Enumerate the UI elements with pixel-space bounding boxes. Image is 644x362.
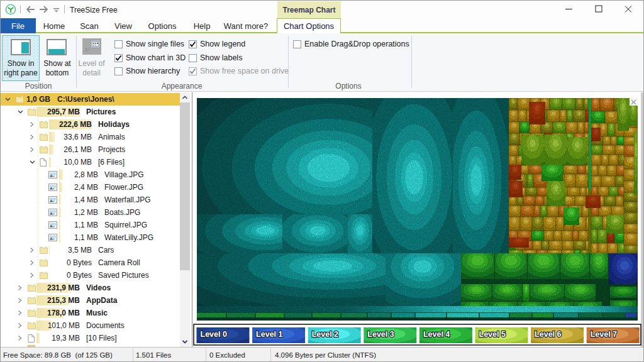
svg-text:Level 4: Level 4 [423,330,450,339]
svg-text:Level 3: Level 3 [367,330,394,339]
svg-text:Level 6: Level 6 [535,330,561,339]
svg-text:Level 5: Level 5 [479,330,506,339]
svg-text:Level 0: Level 0 [201,330,227,339]
svg-text:Level 7: Level 7 [591,330,617,339]
svg-text:Level 1: Level 1 [256,330,282,339]
svg-text:Level 2: Level 2 [312,330,338,339]
